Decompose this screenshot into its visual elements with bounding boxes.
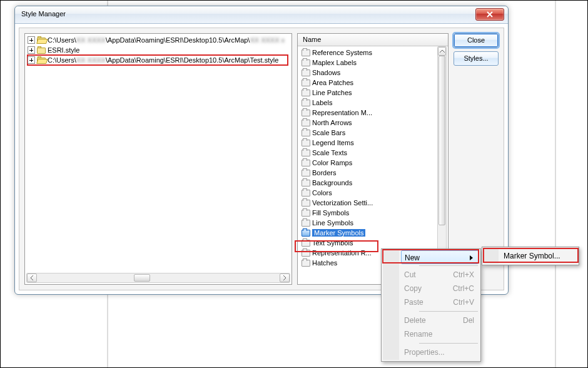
chevron-right-icon: [283, 275, 286, 280]
list-item[interactable]: Fill Symbols: [302, 208, 435, 218]
list-item[interactable]: Marker Symbols: [302, 228, 435, 238]
list-column-header[interactable]: Name: [298, 34, 448, 46]
chevron-up-icon: [440, 49, 445, 53]
list-item[interactable]: Borders: [302, 168, 435, 178]
list-item[interactable]: Reference Systems: [302, 48, 435, 58]
list-item[interactable]: Vectorization Setti...: [302, 198, 435, 208]
tree-item-label: ESRI.style: [48, 46, 79, 54]
style-tree-panel: C:\Users\XX XXXX\AppData\Roaming\ESRI\De…: [24, 33, 292, 285]
list-item-label: Maplex Labels: [312, 59, 357, 66]
expand-icon[interactable]: [28, 46, 35, 54]
list-item[interactable]: Colors: [302, 188, 435, 198]
menu-item[interactable]: New: [401, 250, 479, 264]
list-item-label: Reference Systems: [312, 49, 372, 56]
folder-icon: [302, 210, 310, 217]
list-item[interactable]: Maplex Labels: [302, 58, 435, 68]
list-item[interactable]: Legend Items: [302, 138, 435, 148]
list-item-label: Representation M...: [312, 109, 372, 116]
tree-horizontal-scrollbar[interactable]: [26, 273, 290, 283]
list-item-label: Area Patches: [312, 79, 353, 86]
menu-item-shortcut: Del: [463, 314, 474, 327]
scroll-up-arrow[interactable]: [438, 47, 446, 56]
menu-item-label: Properties...: [404, 348, 445, 357]
background-guide: [555, 1, 556, 367]
list-item[interactable]: Line Patches: [302, 88, 435, 98]
list-item[interactable]: Color Ramps: [302, 158, 435, 168]
chevron-left-icon: [30, 275, 34, 280]
list-item[interactable]: Shadows: [302, 68, 435, 78]
menu-item-label: Copy: [404, 284, 422, 293]
menu-item: PasteCtrl+V: [400, 295, 479, 309]
list-item-label: Vectorization Setti...: [312, 199, 373, 207]
scroll-thumb[interactable]: [438, 56, 445, 225]
tree-item-label: C:\Users\XX XXXX\AppData\Roaming\ESRI\De…: [48, 56, 278, 64]
list-item[interactable]: Text Symbols: [302, 238, 435, 248]
folder-icon: [302, 250, 310, 257]
folder-icon: [302, 79, 310, 86]
menu-item[interactable]: Marker Symbol...: [500, 249, 577, 263]
scroll-thumb[interactable]: [134, 274, 150, 282]
menu-item-label: Cut: [404, 270, 416, 279]
list-item[interactable]: Line Symbols: [302, 218, 435, 228]
folder-icon: [302, 120, 310, 126]
titlebar[interactable]: Style Manager: [15, 6, 508, 24]
close-icon: [487, 11, 493, 18]
folder-icon: [302, 160, 310, 166]
menu-separator: [419, 265, 478, 266]
scroll-right-arrow[interactable]: [280, 273, 290, 282]
list-item-label: North Arrows: [312, 119, 352, 126]
expand-icon[interactable]: [28, 56, 35, 64]
list-item[interactable]: Labels: [302, 98, 435, 108]
list-item-label: Scale Texts: [312, 149, 347, 156]
folder-closed-icon: [37, 46, 46, 54]
list-item[interactable]: North Arrows: [302, 118, 435, 128]
folder-icon: [302, 110, 310, 116]
folder-icon: [302, 140, 310, 146]
folder-icon: [302, 230, 310, 237]
list-item[interactable]: Scale Bars: [302, 128, 435, 138]
tree-item[interactable]: C:\Users\XX XXXX\AppData\Roaming\ESRI\De…: [28, 35, 288, 45]
menu-item-label: Marker Symbol...: [504, 252, 560, 260]
list-item-label: Text Symbols: [312, 239, 353, 247]
menu-item: DeleteDel: [400, 314, 479, 327]
menu-item-shortcut: Ctrl+X: [453, 268, 474, 282]
folder-icon: [302, 69, 310, 76]
styles-button[interactable]: Styles...: [454, 51, 499, 66]
menu-item-shortcut: Ctrl+C: [453, 282, 474, 295]
menu-item: Properties...: [400, 345, 479, 359]
list-item[interactable]: Scale Texts: [302, 148, 435, 158]
menu-separator: [419, 343, 478, 344]
list-item-label: Color Ramps: [312, 159, 352, 166]
scroll-left-arrow[interactable]: [27, 273, 37, 282]
folder-icon: [302, 150, 310, 156]
list-item-label: Colors: [312, 189, 332, 197]
folder-icon: [302, 130, 310, 136]
list-item-label: Labels: [312, 99, 332, 106]
menu-item-label: New: [405, 253, 420, 262]
folder-icon: [302, 190, 310, 197]
menu-item-label: Delete: [404, 316, 426, 325]
menu-item-shortcut: Ctrl+V: [453, 295, 474, 309]
folder-open-icon: [37, 36, 46, 44]
tree-item[interactable]: ESRI.style: [28, 45, 288, 55]
list-item-label: Hatches: [312, 259, 337, 267]
window-close-button[interactable]: [475, 8, 504, 21]
folder-icon: [302, 170, 310, 176]
list-item[interactable]: Area Patches: [302, 78, 435, 88]
list-item-label: Marker Symbols: [312, 229, 365, 237]
list-item-label: Legend Items: [312, 139, 354, 146]
list-item[interactable]: Representation M...: [302, 108, 435, 118]
close-button[interactable]: Close: [454, 33, 499, 48]
folder-icon: [302, 200, 310, 207]
list-item-label: Backgrounds: [312, 179, 352, 187]
list-vertical-scrollbar[interactable]: [437, 46, 447, 283]
menu-separator: [419, 311, 478, 312]
expand-icon[interactable]: [28, 36, 35, 44]
list-item-label: Line Symbols: [312, 219, 353, 227]
window-title: Style Manager: [21, 10, 66, 18]
list-item[interactable]: Backgrounds: [302, 178, 435, 188]
folder-icon: [302, 100, 310, 106]
folder-icon: [302, 59, 310, 66]
tree-item[interactable]: C:\Users\XX XXXX\AppData\Roaming\ESRI\De…: [28, 55, 288, 65]
list-item-label: Borders: [312, 169, 337, 176]
